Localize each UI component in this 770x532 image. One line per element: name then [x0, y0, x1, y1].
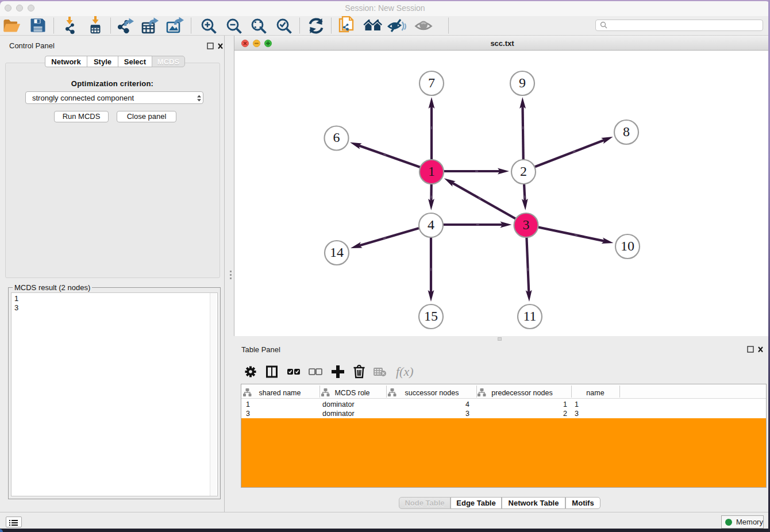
- svg-text:11: 11: [523, 309, 536, 323]
- svg-text:10: 10: [621, 238, 634, 253]
- svg-text:1: 1: [428, 164, 435, 179]
- svg-text:6: 6: [333, 130, 340, 145]
- svg-text:14: 14: [330, 245, 344, 260]
- svg-text:9: 9: [519, 75, 526, 90]
- svg-text:4: 4: [428, 217, 434, 232]
- svg-text:f(x): f(x): [396, 364, 414, 379]
- svg-text:15: 15: [424, 309, 438, 323]
- svg-text:2: 2: [520, 164, 527, 179]
- svg-text:8: 8: [623, 124, 630, 139]
- svg-text:7: 7: [428, 75, 435, 90]
- svg-text:3: 3: [523, 217, 530, 232]
